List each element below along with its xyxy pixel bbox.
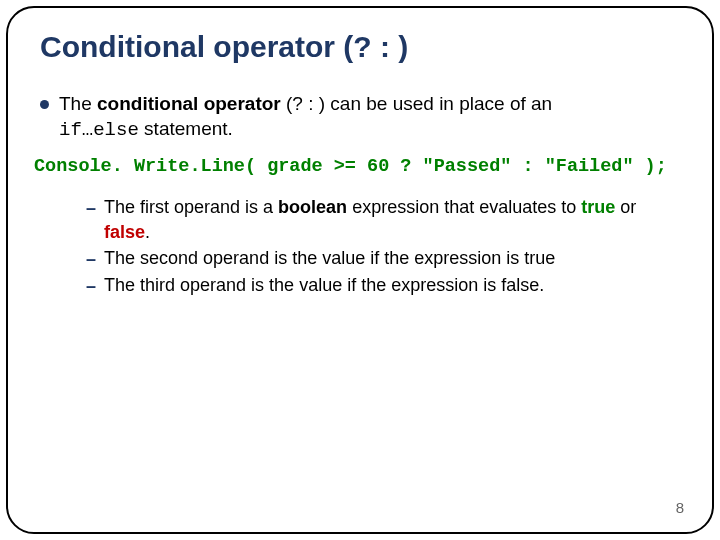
sub-bullet-3: – The third operand is the value if the … (86, 273, 686, 298)
sub-bullet-list: – The first operand is a boolean express… (86, 195, 686, 298)
bullet-bold: conditional operator (97, 93, 281, 114)
code-line: Console. Write.Line( grade >= 60 ? "Pass… (34, 156, 686, 177)
slide-frame: Conditional operator (? : ) The conditio… (6, 6, 714, 534)
bullet-dot-icon (40, 100, 49, 109)
page-number: 8 (676, 499, 684, 516)
sub-bullet-2: – The second operand is the value if the… (86, 246, 686, 271)
bullet-mono: if…else (59, 119, 139, 141)
s1a: The first operand is a (104, 197, 278, 217)
s1c: expression that evaluates to (347, 197, 581, 217)
sub-bullet-1-text: The first operand is a boolean expressio… (104, 195, 686, 244)
sub-bullet-1: – The first operand is a boolean express… (86, 195, 686, 244)
sub-bullet-3-text: The third operand is the value if the ex… (104, 273, 544, 297)
s1b: boolean (278, 197, 347, 217)
main-bullet: The conditional operator (? : ) can be u… (40, 92, 686, 142)
bullet-post: statement. (139, 118, 233, 139)
s1false: false (104, 222, 145, 242)
dash-icon: – (86, 247, 96, 271)
s1e: . (145, 222, 150, 242)
dash-icon: – (86, 274, 96, 298)
main-bullet-text: The conditional operator (? : ) can be u… (59, 92, 552, 142)
s1true: true (581, 197, 615, 217)
sub-bullet-2-text: The second operand is the value if the e… (104, 246, 555, 270)
slide-title: Conditional operator (? : ) (40, 30, 686, 64)
bullet-paren: (? : ) can be used in place of an (281, 93, 552, 114)
s1d: or (615, 197, 636, 217)
dash-icon: – (86, 196, 96, 220)
bullet-pre: The (59, 93, 97, 114)
